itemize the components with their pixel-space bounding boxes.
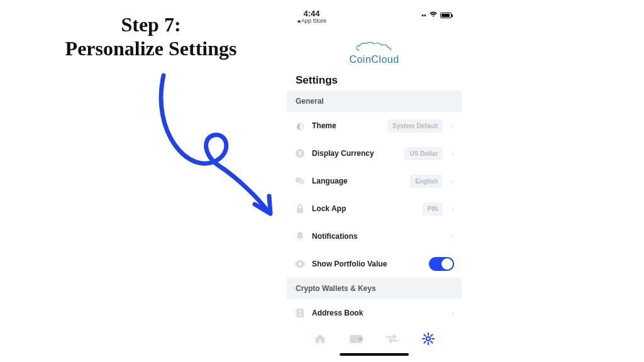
- row-value: System Default: [387, 119, 443, 133]
- row-label: Theme: [312, 121, 381, 130]
- home-indicator[interactable]: [340, 353, 409, 356]
- row-address-book[interactable]: Address Book ›: [287, 299, 462, 327]
- wifi-icon: [429, 11, 438, 19]
- svg-rect-3: [299, 180, 304, 184]
- row-value: US Dollar: [404, 147, 443, 160]
- chevron-right-icon: ›: [452, 122, 454, 129]
- row-notifications[interactable]: Notifications ›: [287, 222, 462, 250]
- battery-icon: [440, 13, 452, 18]
- row-label: Language: [312, 177, 404, 185]
- svg-rect-8: [296, 310, 297, 311]
- back-to-app-store[interactable]: App Store: [297, 18, 326, 24]
- chevron-right-icon: ›: [452, 233, 454, 240]
- row-display-currency[interactable]: $ Display Currency US Dollar ›: [287, 140, 462, 167]
- status-bar: 4:44 App Store ▪▪: [287, 6, 462, 24]
- svg-point-5: [299, 239, 301, 241]
- tab-bar: [287, 327, 462, 351]
- svg-point-6: [299, 263, 302, 266]
- row-label: Display Currency: [312, 149, 398, 158]
- heading-line1: Step 7:: [121, 13, 180, 36]
- svg-rect-10: [296, 315, 297, 316]
- tab-wallet[interactable]: [347, 333, 365, 348]
- portfolio-toggle[interactable]: [429, 257, 454, 271]
- annotation-arrow: [126, 57, 289, 220]
- row-label: Show Portfolio Value: [312, 260, 423, 268]
- chevron-right-icon: ›: [452, 177, 454, 185]
- lock-icon: [294, 203, 306, 214]
- tab-settings[interactable]: [419, 332, 437, 348]
- svg-line-22: [431, 335, 433, 336]
- row-language[interactable]: Language English ›: [287, 167, 462, 195]
- svg-line-19: [425, 335, 426, 336]
- svg-line-21: [425, 341, 426, 343]
- language-icon: [294, 175, 306, 187]
- section-header-wallets: Crypto Wallets & Keys: [287, 278, 462, 299]
- svg-point-11: [299, 310, 302, 313]
- page-title: Settings: [287, 69, 462, 90]
- status-time: 4:44: [297, 9, 326, 18]
- svg-rect-9: [296, 312, 297, 314]
- row-label: Address Book: [312, 309, 443, 317]
- chevron-right-icon: ›: [452, 205, 454, 212]
- row-theme[interactable]: ◐ Theme System Default ›: [287, 112, 462, 140]
- row-label: Notifications: [312, 232, 443, 241]
- tab-exchange[interactable]: [384, 334, 401, 347]
- row-value: PIN: [423, 202, 443, 216]
- tab-home[interactable]: [311, 332, 329, 348]
- svg-line-20: [431, 341, 433, 343]
- svg-rect-7: [297, 309, 304, 317]
- row-value: English: [410, 175, 443, 188]
- row-label: Lock App: [312, 204, 416, 213]
- phone-screenshot: 4:44 App Store ▪▪ CoinCloud Settings Gen…: [287, 6, 462, 358]
- tutorial-heading: Step 7: Personalize Settings: [38, 13, 264, 61]
- address-book-icon: [294, 307, 306, 319]
- svg-rect-4: [297, 208, 303, 213]
- chevron-right-icon: ›: [452, 309, 454, 317]
- row-show-portfolio-value[interactable]: Show Portfolio Value: [287, 250, 462, 278]
- cellular-icon: ▪▪: [421, 11, 426, 19]
- eye-icon: [294, 258, 306, 270]
- bell-icon: [294, 231, 306, 242]
- section-header-general: General: [287, 90, 462, 112]
- svg-text:$: $: [298, 150, 301, 156]
- row-lock-app[interactable]: Lock App PIN ›: [287, 195, 462, 222]
- currency-icon: $: [294, 148, 306, 159]
- brand-logo: CoinCloud: [287, 24, 462, 69]
- brand-text: CoinCloud: [349, 54, 399, 65]
- svg-point-14: [426, 337, 430, 341]
- svg-rect-13: [358, 337, 363, 341]
- theme-icon: ◐: [294, 120, 306, 131]
- chevron-right-icon: ›: [452, 150, 454, 157]
